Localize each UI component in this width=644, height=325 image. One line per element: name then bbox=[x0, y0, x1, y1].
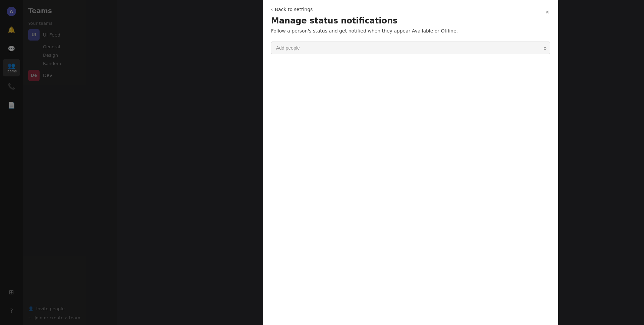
add-people-input[interactable] bbox=[271, 42, 550, 54]
modal-header: ‹ Back to settings Manage status notific… bbox=[263, 0, 558, 42]
modal-title: Manage status notifications bbox=[271, 16, 550, 25]
close-button[interactable]: × bbox=[542, 7, 553, 17]
search-button[interactable]: ⌕ bbox=[543, 45, 547, 51]
search-icon: ⌕ bbox=[543, 45, 547, 51]
back-link-label: Back to settings bbox=[275, 7, 313, 12]
close-icon: × bbox=[546, 9, 549, 16]
modal-body: ⌕ bbox=[263, 42, 558, 325]
chevron-left-icon: ‹ bbox=[271, 7, 273, 12]
modal-dialog: ‹ Back to settings Manage status notific… bbox=[263, 0, 558, 325]
modal-subtitle: Follow a person's status and get notifie… bbox=[271, 28, 550, 34]
back-to-settings-link[interactable]: ‹ Back to settings bbox=[271, 7, 550, 12]
search-container: ⌕ bbox=[271, 42, 550, 54]
